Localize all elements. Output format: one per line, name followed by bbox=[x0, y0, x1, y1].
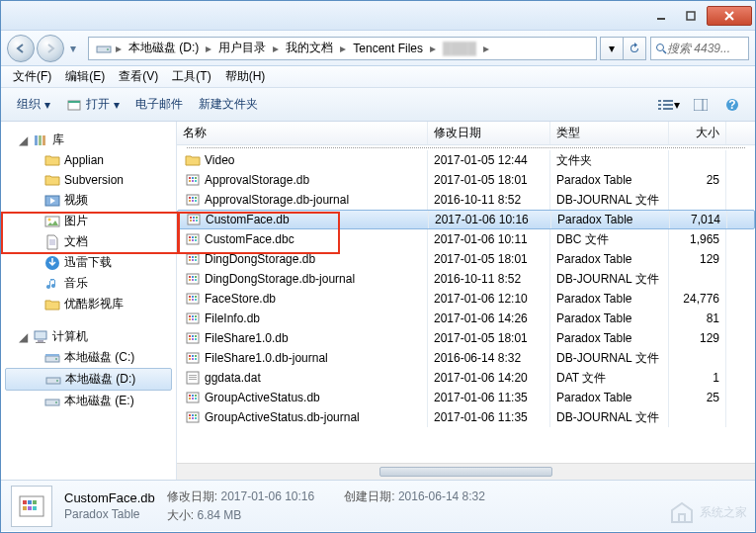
col-date[interactable]: 修改日期 bbox=[428, 122, 550, 144]
breadcrumb-item[interactable]: Tencent Files bbox=[347, 42, 429, 55]
menu-help[interactable]: 帮助(H) bbox=[219, 66, 272, 87]
folder-icon bbox=[44, 152, 60, 168]
file-list[interactable]: Video2017-01-05 12:44文件夹ApprovalStorage.… bbox=[177, 145, 755, 463]
tree-computer[interactable]: ◢计算机 bbox=[1, 326, 176, 347]
file-size: 7,014 bbox=[670, 211, 727, 228]
help-icon: ? bbox=[725, 98, 739, 112]
menu-tools[interactable]: 工具(T) bbox=[166, 66, 216, 87]
computer-icon bbox=[33, 329, 48, 345]
details-filename: CustomFace.db bbox=[64, 490, 155, 505]
svg-point-5 bbox=[107, 48, 109, 50]
file-name: DingDongStorage.db bbox=[205, 252, 315, 266]
folder-icon bbox=[44, 172, 60, 188]
content-area: ◢库 Applian Subversion 视频 图片 文档 迅雷下载 音乐 优… bbox=[1, 122, 755, 480]
tree-disk-d[interactable]: 本地磁盘 (D:) bbox=[5, 368, 172, 391]
file-row[interactable]: CustomFace.db2017-01-06 10:16Paradox Tab… bbox=[177, 210, 755, 229]
svg-rect-59 bbox=[193, 220, 195, 222]
svg-rect-67 bbox=[195, 239, 197, 241]
svg-rect-11 bbox=[663, 100, 673, 102]
file-type: DAT 文件 bbox=[550, 368, 669, 388]
open-icon bbox=[66, 97, 82, 113]
breadcrumb-drive[interactable]: 本地磁盘 (D:) bbox=[123, 40, 205, 56]
back-button[interactable] bbox=[7, 35, 35, 62]
file-name: FileShare1.0.db bbox=[205, 331, 289, 345]
svg-rect-129 bbox=[23, 500, 27, 504]
menu-bar: 文件(F) 编辑(E) 查看(V) 工具(T) 帮助(H) bbox=[1, 66, 755, 88]
horizontal-scrollbar[interactable] bbox=[177, 463, 755, 480]
maximize-button[interactable] bbox=[677, 6, 705, 26]
col-name[interactable]: 名称 bbox=[177, 122, 428, 144]
email-button[interactable]: 电子邮件 bbox=[127, 92, 191, 117]
file-row[interactable]: FileShare1.0.db-journal2016-06-14 8:32DB… bbox=[177, 348, 755, 368]
tree-document[interactable]: 文档 bbox=[1, 231, 176, 252]
file-row[interactable]: ApprovalStorage.db-journal2016-10-11 8:5… bbox=[177, 190, 755, 210]
breadcrumb-obscured[interactable]: ████ bbox=[437, 42, 482, 55]
file-type: Paradox Table bbox=[550, 249, 669, 269]
breadcrumb-item[interactable]: 用户目录 bbox=[212, 40, 272, 56]
minimize-button[interactable] bbox=[647, 6, 675, 26]
file-size: 129 bbox=[669, 328, 726, 348]
file-icon bbox=[185, 152, 201, 168]
address-dropdown-button[interactable]: ▾ bbox=[600, 37, 624, 60]
file-row[interactable]: GroupActiveStatus.db-journal2017-01-06 1… bbox=[177, 407, 755, 427]
breadcrumb[interactable]: ▸ 本地磁盘 (D:)▸ 用户目录▸ 我的文档▸ Tencent Files▸ … bbox=[88, 37, 597, 60]
file-row[interactable]: CustomFace.dbc2017-01-06 10:11DBC 文件1,96… bbox=[177, 229, 755, 249]
svg-rect-102 bbox=[195, 338, 197, 340]
file-row[interactable]: FileInfo.db2017-01-06 14:26Paradox Table… bbox=[177, 309, 755, 328]
file-date: 2016-10-11 8:52 bbox=[428, 269, 550, 289]
tree-youku[interactable]: 优酷影视库 bbox=[1, 294, 176, 314]
menu-view[interactable]: 查看(V) bbox=[113, 66, 164, 87]
tree-xunlei[interactable]: 迅雷下载 bbox=[1, 252, 176, 273]
refresh-icon bbox=[629, 43, 640, 54]
tree-disk-c[interactable]: 本地磁盘 (C:) bbox=[1, 347, 176, 368]
svg-rect-79 bbox=[189, 279, 191, 281]
svg-rect-31 bbox=[38, 340, 43, 342]
file-row[interactable]: DingDongStorage.db2017-01-05 18:01Parado… bbox=[177, 249, 755, 269]
svg-rect-43 bbox=[195, 177, 197, 179]
menu-edit[interactable]: 编辑(E) bbox=[59, 66, 111, 87]
close-button[interactable] bbox=[707, 6, 752, 26]
help-button[interactable]: ? bbox=[717, 94, 747, 116]
open-button[interactable]: 打开 ▾ bbox=[58, 92, 127, 117]
col-type[interactable]: 类型 bbox=[550, 122, 669, 144]
new-folder-button[interactable]: 新建文件夹 bbox=[191, 92, 266, 117]
svg-rect-116 bbox=[192, 395, 194, 397]
breadcrumb-item[interactable]: 我的文档 bbox=[280, 40, 339, 56]
tree-library[interactable]: ◢库 bbox=[1, 130, 176, 150]
organize-button[interactable]: 组织 ▾ bbox=[9, 92, 58, 117]
file-row[interactable]: Video2017-01-05 12:44文件夹 bbox=[177, 150, 755, 170]
tree-video[interactable]: 视频 bbox=[1, 190, 176, 211]
svg-rect-134 bbox=[33, 506, 37, 510]
svg-rect-48 bbox=[189, 197, 191, 199]
menu-file[interactable]: 文件(F) bbox=[7, 66, 57, 87]
svg-rect-9 bbox=[68, 101, 80, 103]
svg-rect-99 bbox=[195, 335, 197, 337]
history-dropdown-icon[interactable]: ▾ bbox=[70, 42, 76, 55]
file-row[interactable]: ggdata.dat2017-01-06 14:20DAT 文件1 bbox=[177, 368, 755, 388]
tree-picture[interactable]: 图片 bbox=[1, 211, 176, 231]
refresh-button[interactable] bbox=[623, 37, 646, 60]
file-row[interactable]: ApprovalStorage.db2017-01-05 18:01Parado… bbox=[177, 170, 755, 190]
svg-rect-51 bbox=[189, 200, 191, 202]
col-size[interactable]: 大小 bbox=[669, 122, 726, 144]
tree-applian[interactable]: Applian bbox=[1, 150, 176, 170]
file-name: ApprovalStorage.db-journal bbox=[205, 193, 349, 207]
forward-button[interactable] bbox=[37, 35, 64, 62]
tree-music[interactable]: 音乐 bbox=[1, 273, 176, 294]
svg-rect-53 bbox=[195, 200, 197, 202]
search-box[interactable] bbox=[650, 37, 749, 60]
file-date: 2017-01-05 18:01 bbox=[428, 170, 550, 190]
file-row[interactable]: DingDongStorage.db-journal2016-10-11 8:5… bbox=[177, 269, 755, 289]
svg-point-6 bbox=[657, 44, 664, 50]
file-row[interactable]: FaceStore.db2017-01-06 12:10Paradox Tabl… bbox=[177, 289, 755, 309]
svg-rect-69 bbox=[189, 256, 191, 258]
file-row[interactable]: FileShare1.0.db2017-01-05 18:01Paradox T… bbox=[177, 328, 755, 348]
svg-rect-131 bbox=[33, 500, 37, 504]
view-mode-button[interactable]: ▾ bbox=[654, 94, 684, 116]
search-input[interactable] bbox=[667, 42, 744, 55]
tree-disk-e[interactable]: 本地磁盘 (E:) bbox=[1, 391, 176, 411]
preview-pane-button[interactable] bbox=[686, 94, 715, 116]
file-row[interactable]: GroupActiveStatus.db2017-01-06 11:35Para… bbox=[177, 388, 755, 407]
details-pane: CustomFace.db Paradox Table 修改日期: 2017-0… bbox=[1, 480, 755, 531]
tree-subversion[interactable]: Subversion bbox=[1, 170, 176, 190]
